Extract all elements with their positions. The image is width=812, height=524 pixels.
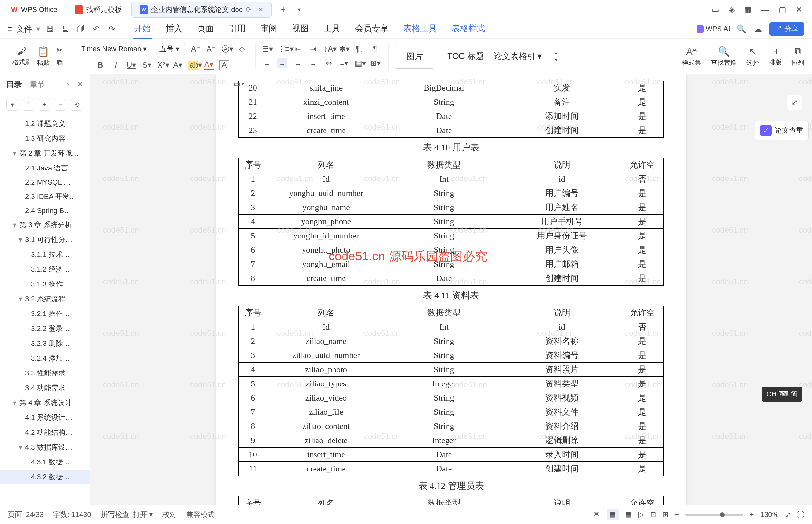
table-cell[interactable]: ziliao_delete (267, 433, 385, 448)
redo-icon[interactable]: ↷ (106, 23, 117, 34)
clear-format-icon[interactable]: ◇ (237, 45, 247, 53)
table-cell[interactable]: 是 (620, 186, 663, 200)
table-cell[interactable]: ziliao_name (267, 334, 385, 348)
outline-item[interactable]: 3.1.3 操作… (0, 277, 90, 292)
table-cell[interactable]: Date (385, 271, 503, 285)
table-cell[interactable]: id (503, 320, 621, 334)
outline-tab-toc[interactable]: 目录 (6, 79, 22, 89)
table-cell[interactable]: 是 (620, 448, 663, 462)
spell-check-status[interactable]: 拼写检查: 打开 ▾ (101, 510, 153, 520)
menu-member[interactable]: 会员专享 (354, 19, 390, 39)
arrange2-button[interactable]: ⧉排列 (791, 46, 804, 67)
outline-item[interactable]: 3.2.1 操作… (0, 307, 90, 321)
table-cell[interactable]: 资料编号 (503, 348, 621, 362)
show-marks-icon[interactable]: ¶ (370, 45, 380, 53)
table-cell[interactable]: 实发 (503, 81, 621, 95)
table-cell[interactable]: String (385, 95, 503, 109)
table-cell[interactable]: String (385, 419, 503, 433)
table-cell[interactable]: 添加时间 (503, 109, 621, 124)
align-right-icon[interactable]: ≡ (293, 59, 302, 68)
table-header-cell[interactable]: 序号 (239, 496, 267, 505)
shading-icon[interactable]: ▦▾ (355, 59, 364, 68)
table-cell[interactable]: 是 (620, 377, 663, 391)
table-cell[interactable]: Date (385, 124, 503, 137)
ime-indicator[interactable]: CH ⌨ 简 (762, 387, 802, 402)
table-cell[interactable]: 资料介绍 (503, 419, 621, 433)
styleset-button[interactable]: Aᴬ样式集 (682, 46, 701, 67)
table-cell[interactable]: 22 (239, 109, 267, 124)
style-up-icon[interactable]: ▲ (551, 50, 561, 55)
table-cell[interactable]: yonghu_email (267, 257, 385, 271)
window-app-icon[interactable]: ▭ (712, 5, 719, 14)
table-cell[interactable]: yonghu_name (267, 200, 385, 215)
document-tab[interactable]: W 企业内管信息化系统论文.doc ⟳ ✕ (131, 2, 272, 18)
zoom-in-icon[interactable]: + (750, 510, 754, 519)
table-cell[interactable]: String (385, 229, 503, 243)
align-justify-icon[interactable]: ≡ (308, 59, 318, 68)
collapse-ribbon-icon[interactable]: ⤢ (787, 95, 802, 110)
table-cell[interactable]: 是 (620, 462, 663, 476)
table-cell[interactable]: ziliao_content (267, 419, 385, 433)
outline-up-icon[interactable]: ˄ (22, 99, 34, 111)
outline-item[interactable]: ▾第 3 章 系统分析 (0, 217, 90, 232)
zoom-thumb[interactable] (720, 512, 725, 517)
italic-icon[interactable]: I (111, 61, 121, 70)
table-cell[interactable]: 是 (620, 362, 663, 377)
table-cell[interactable]: 是 (620, 348, 663, 362)
text-direction-icon[interactable]: ↕A▾ (324, 45, 333, 53)
table-cell[interactable]: Int (385, 172, 503, 186)
table-cell[interactable]: ziliao_types (267, 377, 385, 391)
compat-mode[interactable]: 兼容模式 (186, 510, 215, 520)
fullscreen-icon[interactable]: ⛶ (797, 510, 804, 519)
view-split-icon[interactable]: ⊞ (662, 510, 668, 519)
menu-view[interactable]: 视图 (291, 19, 310, 39)
table-cell[interactable]: 是 (620, 334, 663, 348)
table-cell[interactable]: 10 (239, 448, 267, 462)
table-cell[interactable]: String (385, 334, 503, 348)
avatar-icon[interactable]: ▦ (744, 5, 752, 14)
table-cell[interactable]: 逻辑删除 (503, 433, 621, 448)
table-cell[interactable]: Id (267, 172, 385, 186)
style-down-icon[interactable]: ▼ (551, 58, 561, 63)
table-cell[interactable]: String (385, 243, 503, 257)
outline-item[interactable]: 2.3 IDEA 开发… (0, 189, 90, 204)
menu-tools[interactable]: 工具 (322, 19, 342, 39)
wps-ai-button[interactable]: WPS AI (697, 25, 730, 33)
highlight-icon[interactable]: ab▾ (188, 61, 198, 70)
table-cell[interactable]: 是 (620, 433, 663, 448)
outline-item[interactable]: ▾第 4 章 系统设计 (0, 395, 90, 410)
outline-add-icon[interactable]: + (39, 99, 50, 111)
maximize-button[interactable]: ▢ (779, 5, 786, 14)
outline-item[interactable]: ▾3.1 可行性分… (0, 232, 90, 247)
table-cell[interactable]: 21 (239, 95, 267, 109)
table-cell[interactable]: 5 (239, 377, 267, 391)
table-cell[interactable]: 8 (239, 271, 267, 285)
table-cell[interactable]: 2 (239, 334, 267, 348)
table-cell[interactable]: id (503, 172, 621, 186)
table-cell[interactable]: 否 (620, 320, 663, 334)
page-count[interactable]: 页面: 24/33 (8, 510, 44, 520)
table-cell[interactable]: 用户身份证号 (503, 229, 621, 243)
table-cell[interactable]: Int (385, 320, 503, 334)
number-list-icon[interactable]: ⋮≡▾ (278, 45, 287, 53)
table-cell[interactable]: 备注 (503, 95, 621, 109)
menu-home[interactable]: 开始 (133, 19, 152, 39)
table-cell[interactable]: 创建时间 (503, 124, 621, 137)
cloud-icon[interactable]: ☁ (753, 23, 764, 34)
table-cell[interactable]: 9 (239, 433, 267, 448)
paste-button[interactable]: 📋粘贴 (37, 46, 50, 67)
view-outline-icon[interactable]: ▷ (638, 510, 644, 519)
table-cell[interactable]: yonghu_phone (267, 215, 385, 229)
view-page-icon[interactable]: ▤ (607, 509, 619, 520)
outline-item[interactable]: 3.3 性能需求 (0, 366, 90, 381)
table-cell[interactable]: 资料类型 (503, 377, 621, 391)
copy-icon[interactable]: ⧉ (55, 58, 64, 67)
table-header-cell[interactable]: 说明 (503, 496, 621, 505)
table-cell[interactable]: 2 (239, 186, 267, 200)
table-cell[interactable]: 是 (620, 243, 663, 257)
outline-item[interactable]: 4.2 功能结构… (0, 425, 90, 440)
zoom-out-icon[interactable]: − (675, 510, 679, 519)
table-cell[interactable]: 用户姓名 (503, 200, 621, 215)
para-spacing-icon[interactable]: ≡▾ (339, 59, 349, 68)
outline-item[interactable]: 3.2.2 登录… (0, 321, 90, 336)
